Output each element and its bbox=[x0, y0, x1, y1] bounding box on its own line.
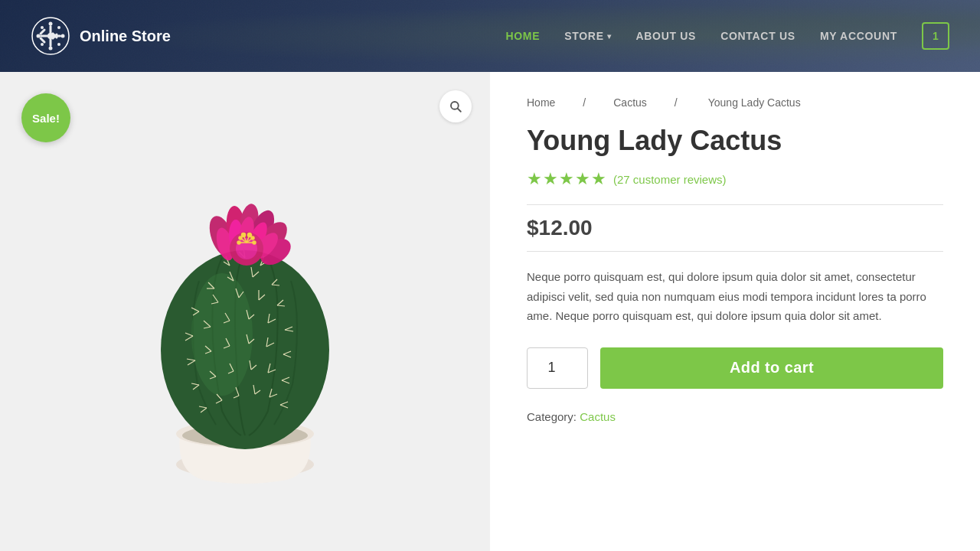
svg-point-6 bbox=[57, 26, 60, 29]
svg-point-1 bbox=[49, 22, 53, 26]
svg-point-2 bbox=[49, 47, 53, 51]
main-content: Sale! bbox=[0, 72, 980, 551]
product-title: Young Lady Cactus bbox=[527, 124, 943, 157]
quantity-input[interactable] bbox=[527, 347, 588, 389]
nav-contact[interactable]: CONTACT US bbox=[720, 30, 795, 42]
logo-link[interactable]: Online Store bbox=[31, 16, 171, 56]
category-row: Category: Cactus bbox=[527, 410, 943, 423]
svg-point-122 bbox=[251, 236, 254, 240]
star-rating: ★★★★★ bbox=[527, 169, 607, 189]
product-description: Neque porro quisquam est, qui dolore ips… bbox=[527, 267, 943, 326]
logo-icon bbox=[31, 16, 70, 56]
search-icon bbox=[449, 99, 462, 113]
nav-home[interactable]: HOME bbox=[505, 30, 540, 42]
rating-row: ★★★★★ (27 customer reviews) bbox=[527, 169, 943, 189]
chevron-down-icon: ▾ bbox=[607, 32, 612, 41]
svg-point-4 bbox=[61, 34, 65, 38]
svg-point-124 bbox=[237, 241, 240, 244]
main-nav: HOME STORE ▾ ABOUT US CONTACT US MY ACCO… bbox=[505, 22, 949, 50]
sale-badge: Sale! bbox=[21, 93, 70, 142]
nav-about[interactable]: ABOUT US bbox=[635, 30, 696, 42]
product-image-section: Sale! bbox=[0, 72, 490, 551]
svg-point-3 bbox=[37, 34, 41, 38]
svg-rect-15 bbox=[39, 37, 46, 44]
svg-point-116 bbox=[242, 233, 246, 237]
svg-point-8 bbox=[57, 43, 60, 46]
breadcrumb-current: Young Lady Cactus bbox=[708, 96, 801, 109]
breadcrumb-category[interactable]: Cactus bbox=[613, 96, 647, 109]
svg-rect-10 bbox=[50, 25, 52, 34]
svg-rect-12 bbox=[40, 35, 49, 37]
category-label: Category: bbox=[527, 410, 577, 423]
cart-button[interactable]: 1 bbox=[922, 22, 949, 50]
svg-point-5 bbox=[41, 26, 44, 29]
site-header: Online Store HOME STORE ▾ ABOUT US CONTA… bbox=[0, 0, 980, 72]
add-to-cart-row: Add to cart bbox=[527, 347, 943, 389]
zoom-button[interactable] bbox=[439, 90, 472, 122]
svg-rect-14 bbox=[39, 28, 46, 35]
nav-store[interactable]: STORE ▾ bbox=[564, 30, 611, 42]
nav-account[interactable]: MY ACCOUNT bbox=[820, 30, 897, 42]
breadcrumb-sep1: / bbox=[583, 96, 586, 109]
product-price: $12.00 bbox=[527, 204, 943, 252]
svg-point-7 bbox=[41, 43, 44, 46]
svg-rect-11 bbox=[50, 37, 52, 47]
breadcrumb: Home / Cactus / Young Lady Cactus bbox=[527, 96, 943, 109]
category-link[interactable]: Cactus bbox=[580, 410, 616, 423]
logo-text: Online Store bbox=[80, 28, 171, 45]
product-details: Home / Cactus / Young Lady Cactus Young … bbox=[490, 72, 980, 551]
breadcrumb-sep2: / bbox=[675, 96, 678, 109]
svg-point-120 bbox=[239, 236, 242, 240]
svg-line-19 bbox=[458, 109, 461, 112]
reviews-link[interactable]: (27 customer reviews) bbox=[613, 173, 727, 186]
product-image bbox=[69, 105, 421, 518]
cart-count: 1 bbox=[933, 30, 939, 42]
add-to-cart-button[interactable]: Add to cart bbox=[600, 347, 943, 389]
svg-point-118 bbox=[248, 233, 252, 237]
svg-point-126 bbox=[253, 241, 256, 244]
breadcrumb-home[interactable]: Home bbox=[527, 96, 555, 109]
